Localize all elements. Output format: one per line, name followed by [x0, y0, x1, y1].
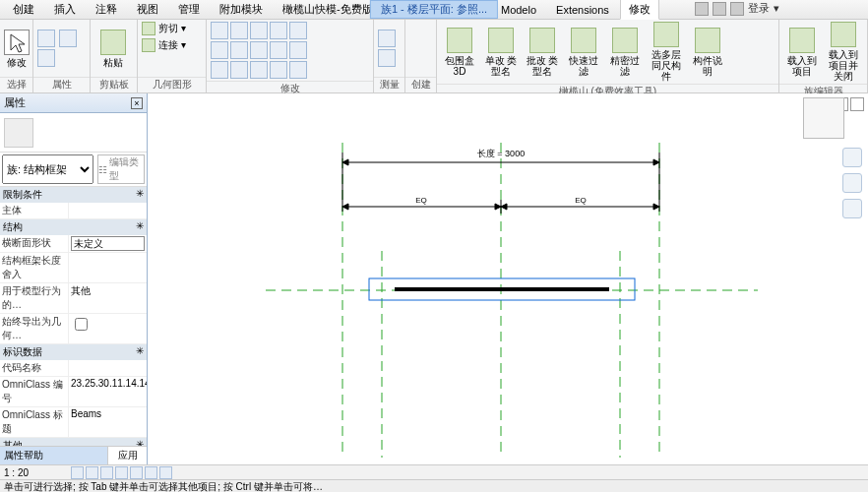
paste-button[interactable]: 粘贴: [94, 30, 132, 68]
unpin-icon[interactable]: [230, 61, 248, 79]
crop-icon[interactable]: [130, 466, 143, 479]
property-value[interactable]: 23.25.30.11.14.14: [69, 377, 147, 406]
box3d-icon: [447, 28, 472, 53]
pin-icon[interactable]: [211, 61, 228, 79]
home-icon[interactable]: [695, 2, 709, 16]
panel-label-clipboard: 剪贴板: [91, 77, 137, 92]
align-icon[interactable]: [211, 22, 228, 39]
apply-button[interactable]: 应用: [107, 447, 147, 464]
load-close-icon: [831, 22, 856, 47]
property-group-header[interactable]: 标识数据✳: [0, 344, 147, 360]
cut-icon: [142, 22, 155, 35]
property-value[interactable]: 其他: [69, 283, 147, 313]
user-icon[interactable]: [730, 2, 744, 16]
arrow-cursor-icon: [4, 30, 30, 55]
property-value[interactable]: [69, 314, 147, 343]
detail-level-icon[interactable]: [71, 466, 84, 479]
mirror-icon[interactable]: [289, 22, 307, 39]
trim-icon[interactable]: [230, 41, 248, 59]
group-icon[interactable]: [270, 61, 287, 79]
menu-tab[interactable]: 注释: [87, 0, 126, 20]
drawing-svg: 长度 = 3000 EQ EQ: [148, 93, 868, 464]
properties-help-link[interactable]: 属性帮助: [0, 447, 107, 464]
property-value[interactable]: Beams: [69, 407, 147, 437]
menu-tab-active[interactable]: 修改: [620, 0, 659, 20]
quick-filter-button[interactable]: 快速过滤: [565, 28, 602, 77]
panel-label-measure: 测量: [374, 77, 404, 92]
offset-icon[interactable]: [250, 22, 268, 39]
property-value[interactable]: [69, 360, 147, 376]
modify-tool[interactable]: 修改: [4, 30, 30, 68]
menu-tab[interactable]: 橄榄山快模-免费版: [274, 0, 382, 20]
property-group-header[interactable]: 结构✳: [0, 219, 147, 235]
copy-icon[interactable]: [270, 22, 287, 39]
cut-label: 剪切 ▾: [158, 22, 186, 35]
property-group-header[interactable]: 其他✳: [0, 438, 147, 446]
menu-tab[interactable]: 附加模块: [211, 0, 272, 20]
lbl: 包围盒3D: [441, 55, 478, 77]
edit-type-label: 编辑类型: [109, 155, 144, 183]
document-title: 族1 - 楼层平面: 参照...: [370, 0, 498, 19]
load-into-project-button[interactable]: 载入到 项目: [783, 28, 821, 77]
property-value[interactable]: [69, 235, 147, 252]
load-icon: [789, 28, 815, 53]
precise-filter-button[interactable]: 精密过滤: [606, 28, 644, 77]
bbox3d-button[interactable]: 包围盒3D: [441, 28, 478, 77]
menu-tab[interactable]: Extensions: [547, 1, 618, 19]
sun-path-icon[interactable]: [100, 466, 113, 479]
close-palette-button[interactable]: ×: [131, 97, 143, 109]
dimension-icon[interactable]: [378, 49, 396, 67]
type-preview-icon: [4, 118, 33, 148]
component-info-button[interactable]: 构件说明: [689, 28, 726, 77]
delete-icon[interactable]: [250, 61, 268, 79]
star-icon[interactable]: [713, 2, 726, 16]
load-close-button[interactable]: 载入到 项目并关闭: [825, 22, 862, 82]
visual-style-icon[interactable]: [86, 466, 98, 479]
property-group-header[interactable]: 限制条件✳: [0, 187, 147, 203]
modify-tools-grid: [211, 22, 307, 79]
hide-isolate-icon[interactable]: [159, 466, 172, 479]
select-multi-button[interactable]: 选多层 同尺构件: [648, 22, 685, 82]
crop-region-icon[interactable]: [145, 466, 157, 479]
property-checkbox[interactable]: [75, 318, 88, 331]
property-value[interactable]: [69, 253, 147, 282]
create-icon[interactable]: [409, 36, 432, 60]
shadows-icon[interactable]: [115, 466, 128, 479]
cut-button[interactable]: 剪切 ▾: [142, 22, 186, 35]
menu-tab[interactable]: 插入: [45, 0, 85, 20]
family-types-icon[interactable]: [59, 30, 77, 47]
rotate-icon[interactable]: [211, 41, 228, 59]
property-key: 用于模型行为的…: [0, 283, 69, 313]
property-row: 主体: [0, 203, 147, 219]
split-icon[interactable]: [250, 41, 268, 59]
property-input[interactable]: [71, 236, 145, 251]
measure-icon[interactable]: [378, 30, 396, 47]
drawing-canvas[interactable]: 长度 = 3000 EQ EQ: [148, 93, 868, 464]
menu-tab[interactable]: 创建: [4, 0, 43, 20]
panel-label-select[interactable]: 选择 ▾: [0, 77, 32, 92]
properties-palette: 属性 × 族: 结构框架 ☷ 编辑类型 限制条件✳主体结构✳横断面形状结构框架长…: [0, 93, 148, 464]
menu-tab[interactable]: 视图: [128, 0, 167, 20]
property-row: OmniClass 标题Beams: [0, 407, 147, 438]
array-icon[interactable]: [270, 41, 287, 59]
scale-icon[interactable]: [289, 41, 307, 59]
edit-type-icon: ☷: [98, 164, 107, 175]
join-button[interactable]: 连接 ▾: [142, 38, 186, 52]
demolish-icon[interactable]: [289, 61, 307, 79]
property-row: 横断面形状: [0, 235, 147, 253]
menu-tab[interactable]: Modelo: [492, 1, 545, 19]
property-value[interactable]: [69, 203, 147, 218]
lbl: 载入到 项目: [783, 55, 821, 77]
move-icon[interactable]: [230, 22, 248, 39]
family-selector[interactable]: 族: 结构框架: [2, 154, 93, 184]
login-link[interactable]: 登录: [748, 1, 770, 16]
menu-tab[interactable]: 管理: [169, 0, 209, 20]
properties-icon[interactable]: [37, 30, 55, 47]
edit-type-button[interactable]: ☷ 编辑类型: [97, 154, 145, 184]
rename-single-button[interactable]: 单改 类型名: [482, 28, 520, 77]
type-properties-icon[interactable]: [37, 49, 55, 67]
help-dropdown[interactable]: ▾: [774, 2, 779, 15]
property-key: 横断面形状: [0, 235, 69, 252]
view-scale[interactable]: 1 : 20: [4, 467, 63, 478]
rename-batch-button[interactable]: 批改 类型名: [524, 28, 561, 77]
